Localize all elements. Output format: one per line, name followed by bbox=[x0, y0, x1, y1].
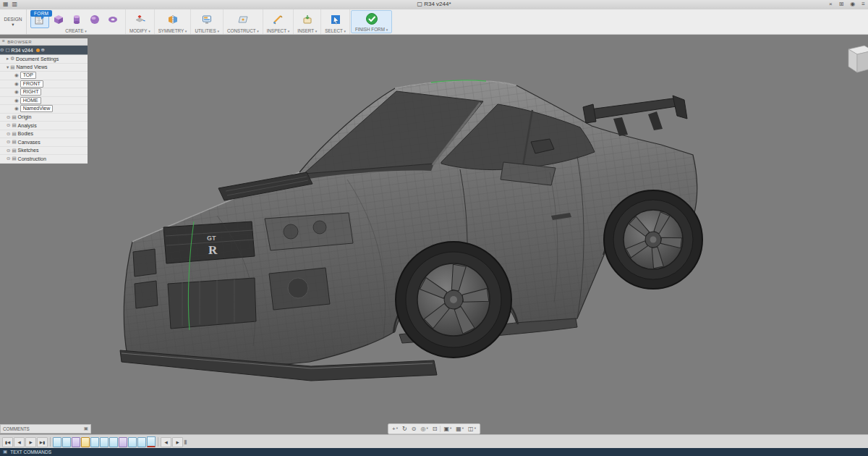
browser-item-view-front[interactable]: ◉ FRONT bbox=[0, 80, 88, 89]
timeline-feature-icon[interactable] bbox=[109, 437, 118, 447]
timeline-feature-icon[interactable] bbox=[90, 437, 99, 447]
select-button[interactable] bbox=[327, 12, 344, 28]
eye-icon[interactable]: ⊙ bbox=[7, 148, 10, 153]
timeline-feature-icon[interactable] bbox=[100, 437, 109, 447]
symmetry-icon bbox=[167, 14, 179, 25]
activate-icon[interactable]: ⊕ bbox=[41, 48, 45, 53]
display-settings-button[interactable]: ▣▾ bbox=[441, 426, 454, 432]
workspace-switcher[interactable]: DESIGN ▾ bbox=[0, 9, 27, 34]
toolbar-group-construct: CONSTRUCT ▾ bbox=[224, 9, 263, 34]
timeline-feature-icon[interactable] bbox=[128, 437, 137, 447]
browser-item-named-views[interactable]: ▾ ▤ Named Views bbox=[0, 64, 88, 72]
form-context-tab[interactable]: FORM bbox=[30, 10, 52, 17]
close-tab-icon[interactable]: × bbox=[829, 1, 833, 7]
create-torus-button[interactable] bbox=[104, 12, 122, 28]
extension-icon[interactable]: ⊞ bbox=[839, 1, 844, 7]
insert-button[interactable] bbox=[299, 12, 316, 28]
toolbar-group-finish-form: FINISH FORM ▾ bbox=[351, 10, 392, 33]
browser-item-document-settings[interactable]: ▸ ⚙ Document Settings bbox=[0, 55, 88, 64]
timeline-feature-icon[interactable] bbox=[137, 437, 146, 447]
symmetry-group-label[interactable]: SYMMETRY ▾ bbox=[158, 28, 187, 33]
create-sphere-button[interactable] bbox=[86, 12, 103, 28]
create-cylinder-button[interactable] bbox=[68, 12, 85, 28]
utilities-group-label[interactable]: UTILITIES ▾ bbox=[195, 28, 219, 33]
create-box-button[interactable] bbox=[50, 12, 67, 28]
pan-button[interactable]: +▾ bbox=[390, 426, 400, 432]
eye-icon[interactable]: ⊙ bbox=[0, 48, 4, 53]
expand-panel-icon[interactable]: ▣ bbox=[84, 426, 88, 431]
toolbar-group-inspect: INSPECT ▾ bbox=[263, 9, 294, 34]
view-cube[interactable] bbox=[840, 42, 868, 77]
symmetry-button[interactable] bbox=[164, 12, 182, 28]
fit-button[interactable]: ⊡ bbox=[430, 426, 440, 432]
finish-form-button[interactable] bbox=[363, 11, 380, 26]
orbit-button[interactable]: ↻ bbox=[400, 426, 409, 432]
select-group-label[interactable]: SELECT ▾ bbox=[325, 28, 346, 33]
viewport[interactable]: GT R bbox=[0, 35, 868, 434]
inspect-group-label[interactable]: INSPECT ▾ bbox=[267, 28, 289, 33]
cursor-icon bbox=[330, 14, 341, 25]
browser-item-view-top[interactable]: ◉ TOP bbox=[0, 72, 88, 80]
browser-root-row[interactable]: ⊙ ▢ R34 v244 ⊕ bbox=[0, 46, 88, 55]
timeline-skip-end-button[interactable]: ▶▮ bbox=[37, 437, 48, 447]
workspace-label: DESIGN bbox=[4, 17, 22, 22]
insert-group-label[interactable]: INSERT ▾ bbox=[297, 28, 317, 33]
timeline-play-button[interactable]: ▶ bbox=[25, 437, 36, 447]
browser-item-view-right[interactable]: ◉ RIGHT bbox=[0, 88, 88, 97]
look-at-button[interactable]: ⊙ bbox=[409, 426, 419, 432]
zoom-button[interactable]: ◎▾ bbox=[418, 426, 430, 432]
insert-icon bbox=[302, 14, 313, 25]
viewports-button[interactable]: ◫▾ bbox=[466, 426, 478, 432]
profile-icon[interactable]: ◉ bbox=[850, 1, 855, 7]
timeline-step-back-button[interactable]: ◀ bbox=[14, 437, 25, 447]
navigation-bar: +▾ ↻ ⊙ ◎▾ ⊡ ▣▾ ▦▾ ◫▾ bbox=[388, 423, 480, 434]
menu-icon[interactable]: ≡ bbox=[861, 1, 865, 7]
inspect-button[interactable] bbox=[269, 12, 286, 28]
modify-button[interactable] bbox=[131, 12, 148, 28]
timeline-feature-icon[interactable] bbox=[62, 437, 71, 447]
eye-icon[interactable]: ⊙ bbox=[7, 132, 10, 137]
console-icon[interactable]: ▣ bbox=[3, 449, 7, 455]
document-title: R34 v244* bbox=[424, 1, 451, 7]
timeline-scroll-right-button[interactable]: ▶ bbox=[172, 437, 183, 447]
camera-icon: ◉ bbox=[14, 106, 19, 111]
timeline-feature-icon[interactable] bbox=[72, 437, 80, 447]
browser-item-construction[interactable]: ⊙ ▤ Construction bbox=[0, 155, 88, 164]
construct-group-label[interactable]: CONSTRUCT ▾ bbox=[227, 28, 259, 33]
model-canvas[interactable]: GT R bbox=[0, 35, 868, 434]
eye-icon[interactable]: ⊙ bbox=[7, 140, 10, 145]
folder-icon: ▤ bbox=[12, 132, 16, 137]
modify-icon bbox=[134, 14, 145, 25]
browser-item-bodies[interactable]: ⊙ ▤ Bodies bbox=[0, 130, 88, 139]
browser-item-view-home[interactable]: ◉ HOME bbox=[0, 97, 88, 106]
grid-settings-button[interactable]: ▦▾ bbox=[454, 426, 466, 432]
timeline-feature-icon[interactable] bbox=[119, 437, 127, 447]
create-group-label[interactable]: CREATE ▾ bbox=[65, 28, 86, 33]
chevron-down-icon[interactable]: ▾ bbox=[7, 65, 9, 70]
chevron-right-icon[interactable]: ▸ bbox=[7, 56, 9, 62]
timeline-scroll-left-button[interactable]: ◀ bbox=[161, 437, 171, 447]
construct-button[interactable] bbox=[234, 12, 252, 28]
browser-item-analysis[interactable]: ⊙ ▤ Analysis bbox=[0, 122, 88, 130]
modify-group-label[interactable]: MODIFY ▾ bbox=[129, 28, 150, 33]
browser-item-origin[interactable]: ⊙ ▤ Origin bbox=[0, 114, 88, 122]
utilities-button[interactable] bbox=[198, 12, 216, 28]
main-toolbar: DESIGN ▾ FORM bbox=[0, 9, 868, 35]
comments-bar[interactable]: COMMENTS ▣ bbox=[0, 424, 91, 434]
browser-item-sketches[interactable]: ⊙ ▤ Sketches bbox=[0, 147, 88, 156]
utilities-icon bbox=[201, 14, 213, 25]
timeline-feature-icon[interactable] bbox=[147, 436, 156, 447]
timeline-skip-start-button[interactable]: ▮◀ bbox=[2, 437, 13, 447]
browser-item-canvases[interactable]: ⊙ ▤ Canvases bbox=[0, 138, 88, 147]
browser-header[interactable]: ≡ BROWSER bbox=[0, 38, 88, 46]
folder-icon: ▤ bbox=[12, 156, 16, 161]
timeline-feature-icon[interactable] bbox=[53, 437, 61, 447]
browser-item-named-view[interactable]: ◉ NamedView bbox=[0, 105, 88, 114]
timeline-resize-handle[interactable]: ▮ bbox=[184, 439, 187, 445]
finish-form-group-label[interactable]: FINISH FORM ▾ bbox=[355, 27, 388, 32]
eye-icon[interactable]: ⊙ bbox=[7, 156, 10, 161]
eye-icon[interactable]: ⊙ bbox=[7, 123, 10, 128]
eye-icon[interactable]: ⊙ bbox=[7, 115, 10, 120]
text-commands-label[interactable]: TEXT COMMANDS bbox=[10, 449, 51, 455]
timeline-feature-icon-selected[interactable] bbox=[81, 437, 90, 447]
